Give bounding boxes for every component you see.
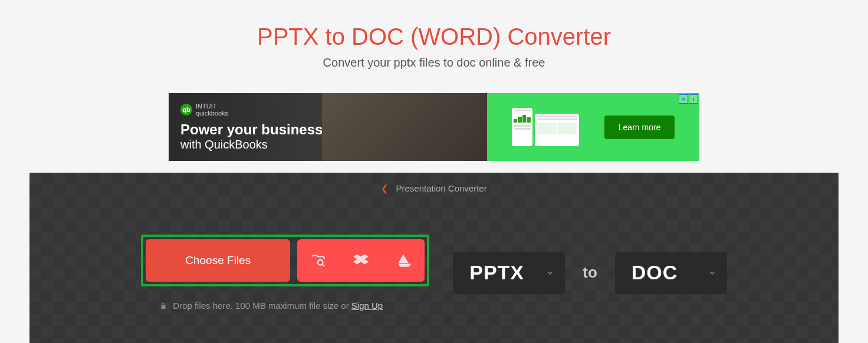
google-drive-button[interactable] [382,239,425,282]
file-hint: Drop files here. 100 MB maximum file siz… [160,301,383,311]
chevron-left-icon: ❮ [381,183,389,193]
ad-banner[interactable]: qb INTUIT quickbooks Power your business… [169,93,699,161]
breadcrumb-label: Presentation Converter [396,183,486,193]
ad-info-icon[interactable]: i [689,94,698,104]
to-format-label: DOC [632,261,678,284]
to-label: to [583,263,597,282]
choose-files-button[interactable]: Choose Files [146,239,290,282]
chevron-down-icon [708,269,716,277]
dropbox-button[interactable] [340,239,382,282]
browse-folder-button[interactable] [297,239,340,282]
folder-search-icon [311,253,326,268]
google-drive-icon [396,253,411,268]
ad-cta-button[interactable]: Learn more [604,116,675,139]
converter-panel: ❮ Presentation Converter Choose Files [29,173,839,343]
chevron-down-icon [546,269,554,277]
ad-close-icon[interactable]: ✕ [679,94,688,104]
breadcrumb[interactable]: ❮ Presentation Converter [29,173,839,205]
from-format-select[interactable]: PPTX [453,252,565,294]
quickbooks-icon: qb [180,104,192,116]
svg-point-0 [318,260,323,265]
lock-icon [160,302,167,309]
from-format-label: PPTX [469,261,524,284]
page-subtitle: Convert your pptx files to doc online & … [0,56,868,70]
hint-text: Drop files here. 100 MB maximum file siz… [173,301,351,311]
to-format-select[interactable]: DOC [615,252,727,294]
signup-link[interactable]: Sign Up [351,301,383,311]
ad-logo-line1: INTUIT [196,103,228,110]
ad-photo [322,93,487,161]
ad-logo-line2: quickbooks [196,110,228,117]
ad-devices-graphic [512,108,579,146]
dropbox-icon [353,253,369,268]
page-title: PPTX to DOC (WORD) Converter [0,24,868,50]
